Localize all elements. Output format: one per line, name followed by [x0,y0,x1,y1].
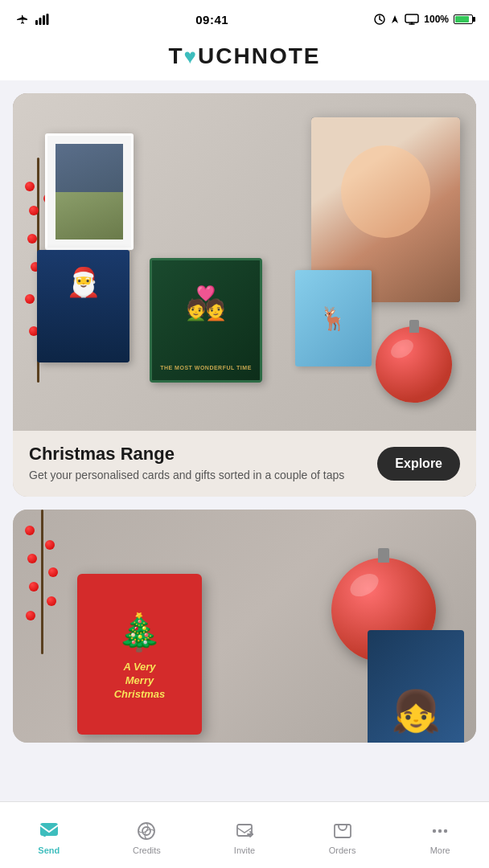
airplane-icon [16,14,29,25]
navigation-icon [390,14,400,25]
invite-icon [233,820,256,842]
photo-frame [45,133,134,250]
orders-icon [331,820,354,842]
merry-christmas-card: 🎄 A VeryMerryChristmas [77,574,202,735]
christmas-bauble [376,326,452,403]
svg-rect-6 [40,823,58,836]
svg-point-15 [433,829,436,833]
banner-subtitle: Get your personalised cards and gifts so… [29,468,368,484]
nav-send[interactable]: Send [0,802,98,868]
status-left [16,14,50,25]
title-t: T [169,43,184,68]
bottom-nav: Send Credits Invite [0,801,489,868]
nav-invite[interactable]: Invite [195,802,294,868]
nav-more[interactable]: More [391,802,489,868]
svg-rect-14 [335,825,351,837]
battery-icon [454,14,473,24]
svg-rect-7 [43,834,46,837]
status-bar: 09:41 100% [0,0,489,35]
banner-text: Christmas Range Get your personalised ca… [29,444,368,484]
svg-rect-2 [43,15,45,25]
display-icon [405,14,419,25]
location-icon [374,14,385,25]
invite-label: Invite [234,845,255,855]
battery-percent: 100% [424,14,449,25]
more-label: More [430,845,450,855]
more-icon [429,820,451,842]
svg-point-16 [438,829,442,833]
banner-title: Christmas Range [29,444,368,465]
heart-icon: ♥ [184,44,198,68]
svg-rect-5 [405,14,418,23]
orders-label: Orders [329,845,356,855]
title-rest: UCHNOTE [198,43,320,68]
app-title: T♥UCHNOTE [169,43,321,69]
explore-button[interactable]: Explore [377,447,460,481]
status-right: 100% [374,14,473,25]
second-photo [368,630,464,743]
send-label: Send [38,845,60,855]
merry-christmas-banner[interactable]: 🎄 A VeryMerryChristmas [13,510,476,743]
nav-credits[interactable]: Credits [98,802,196,868]
svg-rect-3 [47,14,49,25]
svg-rect-1 [39,18,42,25]
app-header: T♥UCHNOTE [0,35,489,80]
couple-card [150,258,262,383]
main-content: 🦌 Christmas Range Get your personalised … [0,80,489,815]
berries-left-second [21,510,73,670]
nav-orders[interactable]: Orders [294,802,392,868]
signal-icon [35,14,50,25]
credits-icon [135,820,158,842]
banner-image: 🦌 [13,93,476,431]
banner-footer: Christmas Range Get your personalised ca… [13,431,476,497]
christmas-range-banner[interactable]: 🦌 Christmas Range Get your personalised … [13,93,476,497]
send-icon [38,820,60,842]
status-time: 09:41 [195,13,228,27]
mini-card: 🦌 [295,270,372,366]
credits-label: Credits [133,845,161,855]
svg-rect-0 [35,20,38,25]
svg-point-17 [444,829,447,833]
santa-card [37,250,129,362]
